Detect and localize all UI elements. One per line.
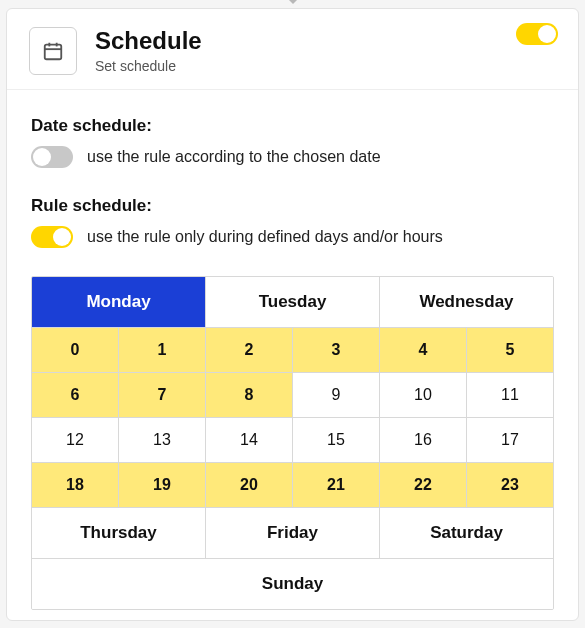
date-schedule-row: use the rule according to the chosen dat… <box>31 146 554 168</box>
hour-cell-15[interactable]: 15 <box>293 418 380 463</box>
day-tab-wednesday[interactable]: Wednesday <box>380 277 553 328</box>
hour-cell-14[interactable]: 14 <box>206 418 293 463</box>
hour-cell-11[interactable]: 11 <box>467 373 553 418</box>
day-tab-friday[interactable]: Friday <box>206 508 380 559</box>
day-tab-tuesday[interactable]: Tuesday <box>206 277 380 328</box>
day-tab-saturday[interactable]: Saturday <box>380 508 553 559</box>
hour-cell-21[interactable]: 21 <box>293 463 380 508</box>
hour-cell-1[interactable]: 1 <box>119 328 206 373</box>
hour-cell-9[interactable]: 9 <box>293 373 380 418</box>
day-tab-monday[interactable]: Monday <box>32 277 206 328</box>
hour-cell-5[interactable]: 5 <box>467 328 553 373</box>
hour-cell-8[interactable]: 8 <box>206 373 293 418</box>
hour-cell-2[interactable]: 2 <box>206 328 293 373</box>
date-schedule-toggle[interactable] <box>31 146 73 168</box>
day-tab-thursday[interactable]: Thursday <box>32 508 206 559</box>
hour-cell-0[interactable]: 0 <box>32 328 119 373</box>
card-subtitle: Set schedule <box>95 58 202 74</box>
hour-cell-19[interactable]: 19 <box>119 463 206 508</box>
hour-cell-7[interactable]: 7 <box>119 373 206 418</box>
hour-cell-13[interactable]: 13 <box>119 418 206 463</box>
card-header: Schedule Set schedule <box>7 9 578 90</box>
hour-cell-20[interactable]: 20 <box>206 463 293 508</box>
rule-schedule-label: Rule schedule: <box>31 196 554 216</box>
schedule-card: Schedule Set schedule Date schedule: use… <box>6 8 579 621</box>
hour-cell-4[interactable]: 4 <box>380 328 467 373</box>
card-title: Schedule <box>95 28 202 54</box>
hour-cell-23[interactable]: 23 <box>467 463 553 508</box>
hour-cell-17[interactable]: 17 <box>467 418 553 463</box>
rule-schedule-row: use the rule only during defined days an… <box>31 226 554 248</box>
hour-cell-18[interactable]: 18 <box>32 463 119 508</box>
rule-schedule-desc: use the rule only during defined days an… <box>87 228 443 246</box>
svg-rect-0 <box>45 45 62 60</box>
hour-cell-22[interactable]: 22 <box>380 463 467 508</box>
date-schedule-desc: use the rule according to the chosen dat… <box>87 148 381 166</box>
hour-cell-12[interactable]: 12 <box>32 418 119 463</box>
hour-cell-6[interactable]: 6 <box>32 373 119 418</box>
date-schedule-label: Date schedule: <box>31 116 554 136</box>
card-body: Date schedule: use the rule according to… <box>7 90 578 620</box>
rule-schedule-toggle[interactable] <box>31 226 73 248</box>
schedule-table: Monday Tuesday Wednesday 0 1 2 3 4 5 6 7… <box>31 276 554 610</box>
collapse-arrow-icon <box>283 0 303 4</box>
hour-cell-3[interactable]: 3 <box>293 328 380 373</box>
hour-cell-16[interactable]: 16 <box>380 418 467 463</box>
schedule-enabled-toggle[interactable] <box>516 23 558 45</box>
hour-cell-10[interactable]: 10 <box>380 373 467 418</box>
day-tab-sunday[interactable]: Sunday <box>32 559 553 609</box>
calendar-icon <box>29 27 77 75</box>
